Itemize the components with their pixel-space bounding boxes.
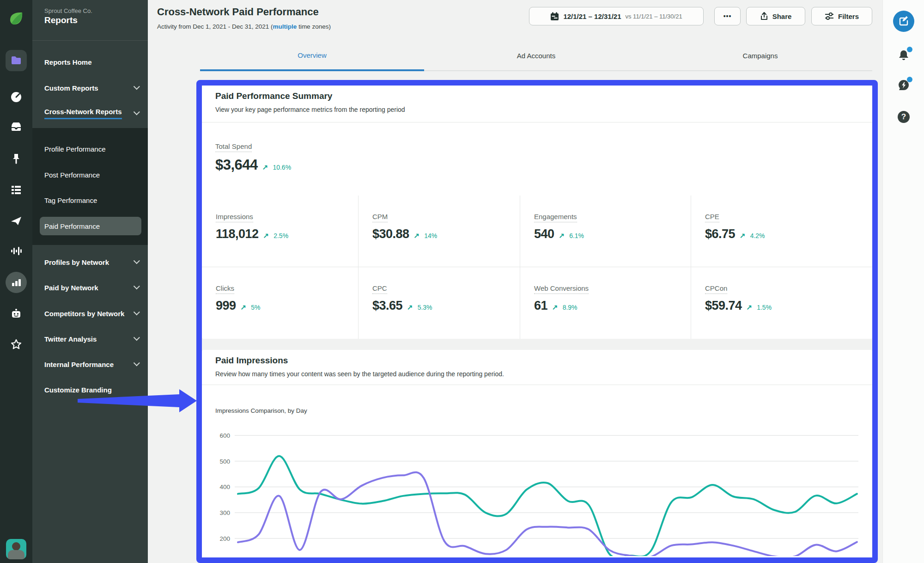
total-spend-label[interactable]: Total Spend [215,142,252,152]
filters-button[interactable]: Filters [811,7,872,25]
metric-cpc: CPC $3.65↗5.3% [358,267,520,339]
chevron-down-icon [134,283,140,289]
help-icon: ? [898,111,910,123]
metric-cpe: CPE $6.75↗4.2% [691,196,872,267]
metrics-grid: Impressions 118,012↗2.5% CPM $30.88↗14% … [202,196,872,339]
dashboard-gauge-icon[interactable] [10,91,22,103]
quick-actions-bubble-button[interactable] [896,78,912,93]
trend-up-icon: ↗ [552,303,558,312]
avatar-head [12,542,20,551]
notification-badge [907,47,912,52]
y-axis-tick: 200 [219,535,230,542]
reports-bar-chart-button[interactable] [6,272,27,293]
sidebar-divider [32,40,148,41]
sidebar-item-profiles-by-network[interactable]: Profiles by Network [32,252,148,272]
metric-engagements: Engagements 540↗6.1% [520,196,691,267]
sidebar-item-reports-home[interactable]: Reports Home [32,52,148,72]
chevron-down-icon [134,109,140,115]
sidebar-item-paid-by-network[interactable]: Paid by Network [32,277,148,298]
sprout-logo-icon[interactable] [7,10,25,29]
share-button[interactable]: Share [746,7,805,25]
list-icon[interactable] [10,184,22,196]
total-spend-change: 10.6% [273,164,291,171]
more-icon: ••• [723,12,732,20]
chart-title: Impressions Comparison, by Day [215,407,307,414]
trend-up-icon: ↗ [747,303,753,312]
metric-clicks: Clicks 999↗5% [202,267,358,339]
calendar-icon [550,12,559,21]
left-icon-rail [0,0,32,563]
sidebar-item-tag-performance[interactable]: Tag Performance [32,190,148,210]
trend-up-icon: ↗ [263,232,269,240]
sidebar-item-competitors-by-network[interactable]: Competitors by Network [32,303,148,324]
user-avatar[interactable] [6,539,26,559]
sidebar-item-internal-performance[interactable]: Internal Performance [32,354,148,374]
right-icon-rail: ? [882,0,924,563]
chevron-down-icon [134,309,140,315]
chevron-down-icon [134,257,140,264]
report-tabs: Overview Ad Accounts Campaigns [200,41,872,71]
favorites-star-icon[interactable] [10,338,22,350]
cross-network-submenu: Profile Performance Post Performance Tag… [32,128,148,245]
chevron-down-icon [134,334,140,341]
account-name: Sprout Coffee Co. [44,7,92,14]
trend-up-icon: ↗ [241,303,247,312]
sidebar-item-custom-reports[interactable]: Custom Reports [32,78,148,98]
compose-button[interactable] [893,11,914,32]
sidebar-item-profile-performance[interactable]: Profile Performance [32,139,148,159]
automation-bot-icon[interactable] [10,308,22,320]
tab-overview[interactable]: Overview [200,41,424,71]
publish-send-icon[interactable] [10,215,22,227]
tab-ad-accounts[interactable]: Ad Accounts [424,41,648,71]
impressions-line-chart: 600500400300200 [208,417,872,556]
timezones-link[interactable]: multiple [273,23,297,30]
metric-cpm: CPM $30.88↗14% [358,196,520,267]
annotation-highlight-box: Paid Performance Summary View your key p… [196,80,878,563]
series-current_period [238,456,857,556]
summary-title: Paid Performance Summary [215,91,332,101]
sidebar-item-cross-network-reports[interactable]: Cross-Network Reports [32,103,148,123]
page-subtitle: Activity from Dec 1, 2021 - Dec 31, 2021… [157,23,331,30]
chevron-down-icon [134,83,140,90]
inbox-icon[interactable] [10,122,22,135]
y-axis-tick: 600 [219,432,230,439]
date-compare-value: vs 11/1/21 – 11/30/21 [626,13,682,20]
sidebar-item-paid-performance[interactable]: Paid Performance [32,216,148,236]
date-range-value: 12/1/21 – 12/31/21 [563,12,621,20]
trend-up-icon: ↗ [262,163,268,171]
date-range-button[interactable]: 12/1/21 – 12/31/21 vs 11/1/21 – 11/30/21 [529,7,704,25]
more-actions-button[interactable]: ••• [714,7,741,25]
trend-up-icon: ↗ [740,232,746,240]
compose-pencil-icon [899,16,909,26]
annotation-arrow [73,386,201,415]
y-axis-tick: 500 [219,458,230,465]
summary-subtitle: View your key page performance metrics f… [215,106,405,113]
tab-campaigns[interactable]: Campaigns [648,41,872,71]
sidebar-item-twitter-analysis[interactable]: Twitter Analysis [32,329,148,349]
notification-badge [907,77,912,82]
help-button[interactable]: ? [896,109,912,125]
summary-card-header: Paid Performance Summary View your key p… [202,86,872,122]
trend-up-icon: ↗ [407,303,413,312]
impressions-title: Paid Impressions [215,355,288,366]
trend-up-icon: ↗ [559,232,565,240]
impressions-card-header: Paid Impressions Review how many times y… [202,350,872,385]
paid-performance-summary-card: Paid Performance Summary View your key p… [202,86,872,339]
share-icon [760,12,768,21]
avatar-body [8,550,24,559]
chevron-down-icon [134,360,140,366]
filters-icon [825,12,834,20]
plan-folder-button[interactable] [6,50,27,71]
app-window: Sprout Coffee Co. Reports Reports Home C… [0,0,924,563]
series-comparison_period [238,472,857,556]
notifications-bell-button[interactable] [896,48,912,63]
sidebar-item-post-performance[interactable]: Post Performance [32,165,148,185]
metric-web-conversions: Web Conversions 61↗8.9% [520,267,691,339]
metric-impressions: Impressions 118,012↗2.5% [202,196,358,267]
trend-up-icon: ↗ [414,232,420,240]
listening-waveform-icon[interactable] [10,245,22,257]
sidebar-title: Reports [44,15,78,25]
pin-icon[interactable] [10,153,22,165]
paid-impressions-card: Paid Impressions Review how many times y… [202,350,872,563]
total-spend-metric: Total Spend $3,644 ↗ 10.6% [215,142,291,173]
